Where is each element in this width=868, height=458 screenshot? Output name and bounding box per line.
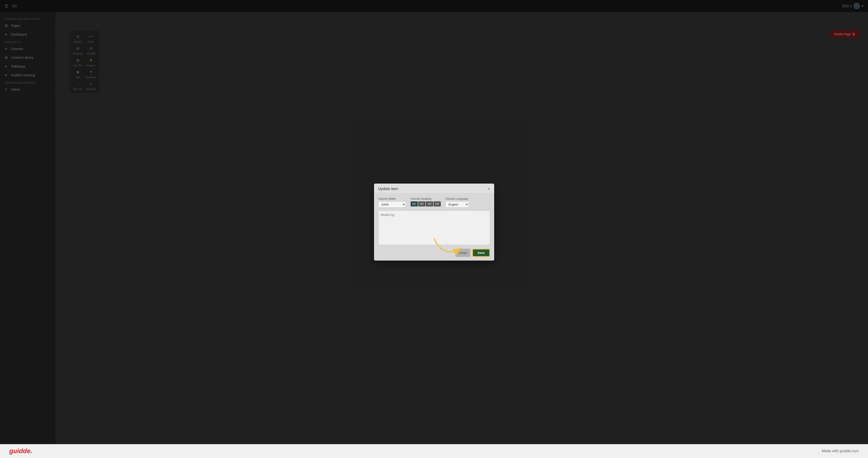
language-select[interactable]: English French Spanish [445, 201, 469, 208]
choose-heading-label: Choose Heading: [410, 197, 441, 200]
modal-header: Update Item × [374, 183, 494, 194]
heading-h4-button[interactable]: H4 [434, 201, 441, 206]
heading-h1-button[interactable]: H1 [410, 201, 418, 206]
modal-footer: Close Save [378, 246, 490, 257]
cancel-button[interactable]: Close [455, 249, 470, 257]
modal-controls-row: Column Width: 100% 75% 50% Choose Headin… [378, 197, 490, 208]
bottom-tagline: Made with guidde.com [822, 449, 859, 453]
bottom-bar: guidde. Made with guidde.com [0, 444, 868, 458]
modal-body: Column Width: 100% 75% 50% Choose Headin… [374, 194, 494, 261]
column-width-select[interactable]: 100% 75% 50% [378, 201, 406, 208]
choose-language-group: Choose Language: English French Spanish [445, 197, 469, 208]
heading-textarea[interactable] [378, 210, 490, 245]
update-item-modal: Update Item × Column Width: 100% 75% 50%… [374, 183, 494, 261]
column-width-group: Column Width: 100% 75% 50% [378, 197, 406, 208]
heading-buttons: H1 H2 H3 H4 [410, 201, 441, 206]
heading-h3-button[interactable]: H3 [426, 201, 433, 206]
guidde-logo: guidde. [9, 447, 32, 455]
choose-language-label: Choose Language: [445, 197, 469, 200]
choose-heading-group: Choose Heading: H1 H2 H3 H4 [410, 197, 441, 206]
save-button[interactable]: Save [472, 249, 490, 257]
column-width-label: Column Width: [378, 197, 406, 200]
modal-title: Update Item [378, 187, 398, 191]
modal-overlay: Update Item × Column Width: 100% 75% 50%… [0, 0, 868, 444]
modal-close-button[interactable]: × [488, 187, 490, 191]
heading-h2-button[interactable]: H2 [418, 201, 425, 206]
